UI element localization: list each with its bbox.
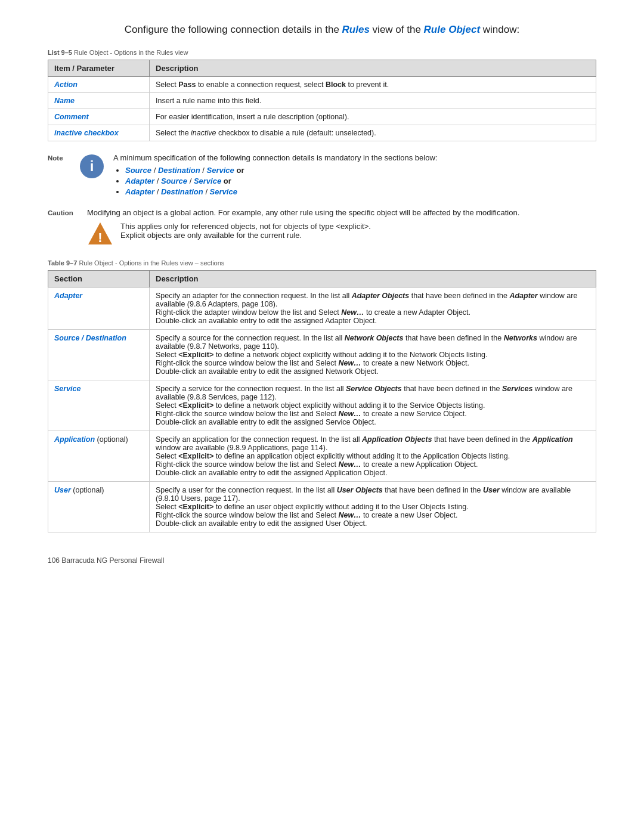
note-section: Note i A minimum specification of the fo… — [48, 153, 596, 200]
desc-name: Insert a rule name into this field. — [150, 93, 596, 109]
caution-sub2: Explicit objects are only available for … — [87, 231, 519, 240]
desc-adapter: Specify an adapter for the connection re… — [150, 287, 596, 330]
note-bullets: Source / Destination / Service or Adapte… — [125, 166, 437, 196]
table-row: Source / Destination Specify a source fo… — [48, 330, 596, 380]
svg-text:!: ! — [98, 230, 102, 245]
svg-text:i: i — [90, 158, 94, 174]
param-comment: Comment — [48, 109, 150, 125]
caution-sub1: This applies only for referenced objects… — [87, 222, 519, 231]
caution-label: Caution — [48, 209, 79, 216]
note-content: A minimum specification of the following… — [113, 153, 437, 200]
table-row: User (optional) Specify a user for the c… — [48, 482, 596, 532]
desc-source-destination: Specify a source for the connection requ… — [150, 330, 596, 380]
desc-application: Specify an application for the connectio… — [150, 431, 596, 482]
table-caption: Table 9–7 Rule Object - Options in the R… — [48, 259, 596, 267]
footer: 106 Barracuda NG Personal Firewall — [48, 556, 596, 565]
list-caption: List 9–5 Rule Object - Options in the Ru… — [48, 49, 596, 56]
note-icon: i — [79, 153, 105, 181]
desc-action: Select Pass to enable a connection reque… — [150, 77, 596, 93]
section-table-col1-header: Section — [48, 271, 150, 287]
note-label: Note — [48, 154, 70, 162]
rules-link: Rules — [342, 24, 370, 35]
desc-comment: For easier identification, insert a rule… — [150, 109, 596, 125]
page-title: Configure the following connection detai… — [48, 24, 596, 36]
main-table-col2-header: Description — [150, 60, 596, 77]
caution-content: Modifying an object is a global action. … — [87, 208, 519, 249]
main-table: Item / Parameter Description Action Sele… — [48, 60, 596, 141]
section-table-col2-header: Description — [150, 271, 596, 287]
section-user: User (optional) — [48, 482, 150, 532]
bullet-3: Adapter / Destination / Service — [125, 187, 437, 196]
section-service: Service — [48, 380, 150, 431]
param-inactive: inactive checkbox — [48, 125, 150, 141]
table-row: Service Specify a service for the connec… — [48, 380, 596, 431]
table-row: inactive checkbox Select the inactive ch… — [48, 125, 596, 141]
table-row: Comment For easier identification, inser… — [48, 109, 596, 125]
section-adapter: Adapter — [48, 287, 150, 330]
desc-user: Specify a user for the connection reques… — [150, 482, 596, 532]
caution-section: Caution Modifying an object is a global … — [48, 208, 596, 249]
section-application: Application (optional) — [48, 431, 150, 482]
main-table-col1-header: Item / Parameter — [48, 60, 150, 77]
rule-object-link: Rule Object — [424, 24, 480, 35]
param-action: Action — [48, 77, 150, 93]
param-name: Name — [48, 93, 150, 109]
desc-service: Specify a service for the connection req… — [150, 380, 596, 431]
table-row: Name Insert a rule name into this field. — [48, 93, 596, 109]
desc-inactive: Select the inactive checkbox to disable … — [150, 125, 596, 141]
caution-icon: ! — [87, 221, 113, 249]
table-row: Adapter Specify an adapter for the conne… — [48, 287, 596, 330]
section-source-destination: Source / Destination — [48, 330, 150, 380]
bullet-2: Adapter / Source / Service or — [125, 176, 437, 185]
bullet-1: Source / Destination / Service or — [125, 166, 437, 175]
table-row: Action Select Pass to enable a connectio… — [48, 77, 596, 93]
table-row: Application (optional) Specify an applic… — [48, 431, 596, 482]
section-table: Section Description Adapter Specify an a… — [48, 270, 596, 532]
